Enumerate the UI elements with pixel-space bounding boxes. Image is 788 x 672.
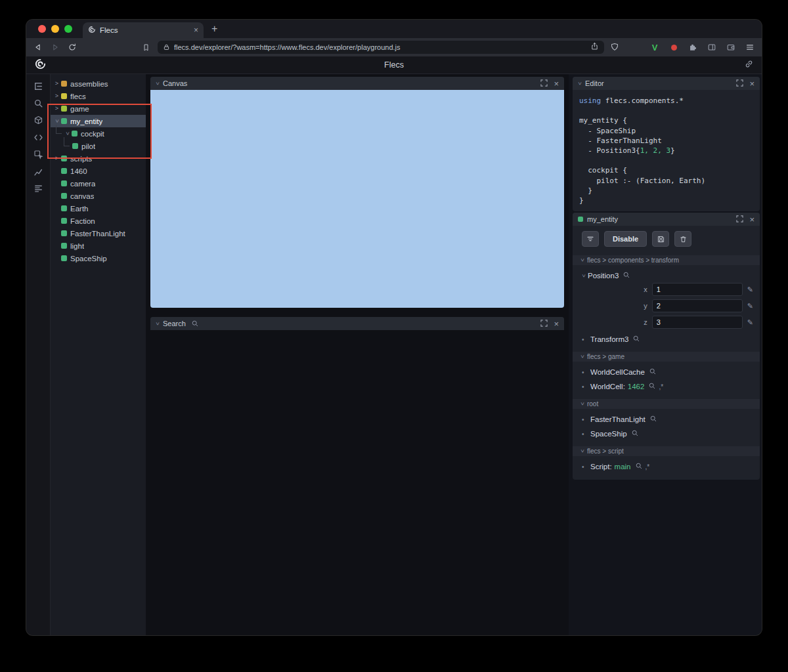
expand-panel-icon[interactable] [736, 213, 743, 225]
search-icon[interactable] [649, 368, 656, 376]
edit-pencil-icon[interactable]: ✎ [747, 303, 753, 310]
chevron-down-icon[interactable]: > [154, 82, 160, 85]
tab-close-icon[interactable]: × [194, 26, 198, 35]
menu-icon[interactable] [745, 42, 755, 52]
expand-panel-icon[interactable] [736, 77, 743, 89]
close-panel-icon[interactable]: × [749, 215, 755, 224]
search-results-area[interactable] [146, 330, 569, 635]
data-rows-icon[interactable] [30, 180, 47, 197]
editor-panel-header[interactable]: > Editor × [573, 77, 760, 90]
back-icon[interactable] [33, 42, 43, 52]
chevron-right-icon[interactable]: > [53, 93, 60, 99]
search-icon[interactable] [30, 94, 47, 112]
search-icon[interactable] [636, 463, 642, 471]
disable-button[interactable]: Disable [604, 231, 647, 247]
close-panel-icon[interactable]: × [554, 79, 559, 88]
search-icon[interactable] [650, 415, 657, 423]
brave-shield-icon[interactable] [609, 42, 620, 52]
canvas-panel-header[interactable]: > Canvas × [150, 77, 564, 90]
component-fasterthanlight[interactable]: • FasterThanLight [573, 415, 760, 423]
canvas-viewport[interactable] [150, 90, 564, 308]
chevron-down-icon[interactable]: > [64, 130, 70, 137]
tree-item-assemblies[interactable]: > assemblies [51, 77, 146, 90]
component-transform3[interactable]: • Transform3 [573, 335, 760, 343]
save-button[interactable] [652, 231, 669, 247]
share-icon[interactable] [590, 41, 599, 53]
app-header: Flecs [26, 56, 762, 74]
component-worldcellcache[interactable]: • WorldCellCache [573, 368, 760, 376]
tree-item-my-entity[interactable]: > my_entity [51, 115, 146, 127]
close-panel-icon[interactable]: × [749, 79, 755, 88]
wallet-icon[interactable] [726, 42, 736, 52]
section-transform[interactable]: > flecs > components > transform [573, 255, 760, 265]
minimize-window-button[interactable] [51, 25, 59, 33]
tree-item-canvas[interactable]: canvas [51, 190, 146, 202]
chevron-down-icon[interactable]: > [154, 322, 160, 326]
tree-item-label: assemblies [70, 80, 108, 88]
tree-item-earth[interactable]: Earth [51, 202, 146, 215]
delete-button[interactable] [674, 231, 691, 247]
search-icon[interactable] [623, 272, 630, 280]
sidebar-toggle-icon[interactable] [707, 42, 717, 52]
tree-item-camera[interactable]: camera [51, 177, 146, 190]
search-icon[interactable] [632, 430, 638, 438]
component-spaceship[interactable]: • SpaceShip [573, 430, 760, 438]
tree-item-spaceship[interactable]: SpaceShip [51, 252, 146, 264]
chevron-down-icon[interactable]: > [580, 274, 586, 278]
tree-item-game[interactable]: > game [51, 102, 146, 115]
component-worldcell[interactable]: • WorldCell: 1462 ,* [573, 383, 760, 390]
component-script[interactable]: • Script: main ,* [573, 463, 760, 471]
tree-item-1460[interactable]: 1460 [51, 165, 146, 177]
section-game[interactable]: > flecs > game [573, 352, 760, 362]
red-dot-extension-icon[interactable] [668, 42, 679, 52]
chevron-down-icon[interactable]: > [54, 117, 60, 125]
section-script[interactable]: > flecs > script [573, 446, 760, 456]
edit-pencil-icon[interactable]: ✎ [747, 319, 753, 326]
search-icon[interactable] [633, 335, 640, 343]
browser-tab[interactable]: Flecs × [83, 22, 204, 38]
tree-item-scripts[interactable]: > scripts [51, 152, 146, 165]
search-icon[interactable] [649, 383, 655, 390]
section-root[interactable]: > root [573, 399, 760, 409]
chevron-right-icon[interactable]: > [53, 106, 60, 112]
green-v-extension-icon[interactable]: V [649, 42, 660, 52]
new-tab-button[interactable]: + [211, 24, 217, 34]
share-link-icon[interactable] [744, 59, 754, 72]
code-editor[interactable]: using flecs.components.* my_entity { - S… [573, 90, 760, 211]
tree-item-pilot[interactable]: pilot [51, 140, 146, 152]
tree-item-light[interactable]: light [51, 240, 146, 252]
inspect-cursor-icon[interactable] [30, 146, 47, 163]
tree-item-faction[interactable]: Faction [51, 215, 146, 227]
pair-wildcard-link[interactable]: ,* [659, 383, 663, 390]
filter-button[interactable] [582, 231, 599, 247]
address-bar[interactable]: flecs.dev/explorer/?wasm=https://www.fle… [158, 41, 604, 54]
search-panel-header[interactable]: > Search × [150, 317, 564, 330]
reload-icon[interactable] [67, 42, 77, 52]
pair-wildcard-link[interactable]: ,* [646, 463, 650, 471]
forward-icon[interactable] [50, 42, 60, 52]
expand-panel-icon[interactable] [540, 77, 548, 89]
bullet-icon: • [582, 416, 588, 423]
chevron-right-icon[interactable]: > [53, 81, 60, 87]
expand-panel-icon[interactable] [540, 318, 548, 329]
y-value-input[interactable] [652, 299, 743, 312]
entity-tree-icon[interactable] [30, 77, 47, 94]
chevron-right-icon[interactable]: > [53, 156, 60, 161]
zoom-window-button[interactable] [64, 25, 72, 33]
component-position3[interactable]: > Position3 [573, 272, 760, 280]
modules-cube-icon[interactable] [30, 112, 47, 129]
z-value-input[interactable] [652, 316, 743, 329]
chevron-down-icon[interactable]: > [577, 82, 582, 85]
tree-item-flecs[interactable]: > flecs [51, 90, 146, 102]
inspector-panel-header[interactable]: my_entity × [573, 213, 760, 226]
code-icon[interactable] [30, 129, 47, 146]
tree-item-fasterthanlight[interactable]: FasterThanLight [51, 227, 146, 240]
component-value: main [615, 463, 631, 471]
x-value-input[interactable] [652, 283, 743, 296]
close-window-button[interactable] [38, 25, 46, 33]
close-panel-icon[interactable]: × [554, 320, 559, 328]
extensions-puzzle-icon[interactable] [688, 42, 698, 52]
edit-pencil-icon[interactable]: ✎ [747, 286, 753, 293]
bookmark-icon[interactable] [141, 42, 151, 52]
stats-chart-icon[interactable] [30, 163, 47, 180]
